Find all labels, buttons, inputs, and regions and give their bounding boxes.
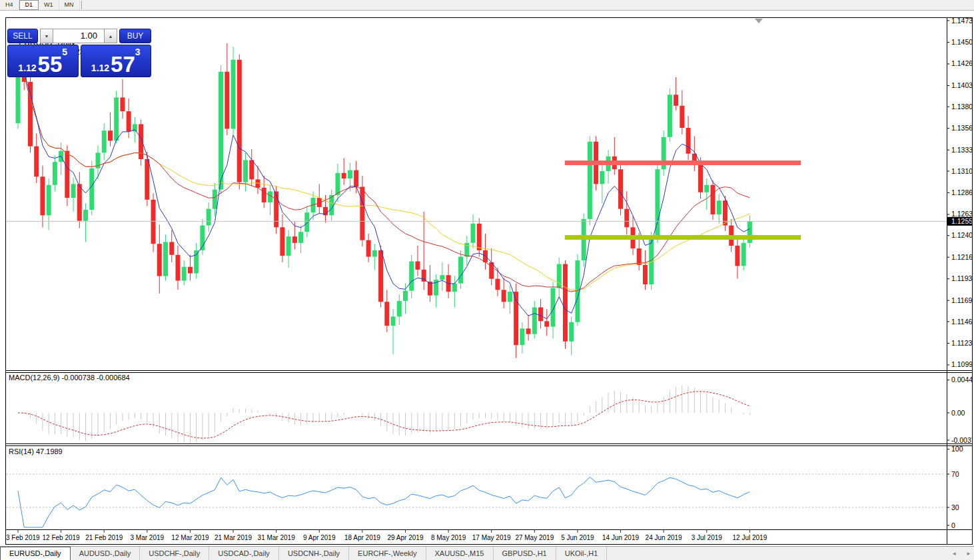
candle-body (508, 292, 512, 302)
date-tick-label: 3 Feb 2019 (6, 534, 40, 541)
axis-tick-label: 1.11465 (951, 318, 972, 326)
candle-body (600, 171, 604, 184)
buy-button[interactable]: BUY (119, 29, 151, 43)
symbol-tab-usdcad-daily[interactable]: USDCAD-,Daily (209, 547, 279, 560)
price-chart-canvas[interactable]: 1.147351.145001.142651.140301.138001.135… (6, 18, 972, 544)
candle-body (668, 95, 672, 137)
symbol-tab-eurusd-daily[interactable]: EURUSD-,Daily (0, 547, 71, 560)
candle-body (188, 267, 193, 274)
sell-price-display[interactable]: 1.12 55 5 (7, 45, 79, 77)
candle-body (471, 224, 476, 243)
volume-input[interactable]: 1.00 (53, 29, 104, 43)
axis-tick-label: 1.13330 (951, 146, 972, 154)
symbol-tab-audusd-daily[interactable]: AUDUSD-,Daily (71, 547, 141, 560)
date-tick-label: 12 Mar 2019 (171, 534, 209, 541)
axis-tick-label: 30 (951, 503, 959, 511)
axis-tick-label: 1.13800 (951, 103, 972, 111)
candle-body (163, 242, 168, 276)
candle-body (563, 264, 568, 342)
candle-body (372, 250, 377, 257)
date-tick-label: 14 Jun 2019 (602, 534, 639, 541)
symbol-tab-usdcnh-daily[interactable]: USDCNH-,Daily (279, 547, 349, 560)
axis-tick-label: -0.003715 (951, 436, 972, 444)
timeframe-toolbar: H4D1W1MN (0, 0, 974, 11)
axis-tick-label: 1.12400 (951, 231, 972, 239)
candle-body (440, 275, 444, 280)
buy-price-big-digits: 57 (111, 55, 135, 75)
axis-tick-label: 1.11695 (951, 296, 972, 304)
date-tick-label: 3 Jul 2019 (692, 534, 723, 541)
candle-body (151, 200, 156, 244)
candle-body (342, 173, 346, 178)
timeframe-button-w1[interactable]: W1 (39, 0, 59, 10)
date-tick-label: 21 Feb 2019 (85, 534, 123, 541)
candle-body (643, 265, 648, 284)
candle-body (213, 190, 217, 209)
axis-tick-label: 0.004465 (951, 376, 972, 384)
sell-price-big-digits: 55 (38, 55, 63, 75)
axis-tick-label: 1.12865 (951, 188, 972, 196)
candle-body (127, 111, 131, 131)
candle-body (77, 184, 82, 220)
axis-tick-label: 1.14265 (951, 59, 972, 67)
candle-body (194, 250, 199, 274)
axis-tick-label: 0.00 (951, 409, 965, 417)
candle-body (674, 95, 678, 106)
symbol-tab-eurchf-weekly[interactable]: EURCHF-,Weekly (349, 547, 426, 560)
candle-body (384, 302, 389, 326)
candle-body (680, 106, 684, 128)
macd-signal-value: -0.000684 (97, 374, 130, 382)
candle-body (182, 267, 187, 281)
symbol-tab-gbpusd-h1[interactable]: GBPUSD-,H1 (494, 547, 556, 560)
macd-main-value: -0.000738 (61, 374, 95, 382)
candle-body (262, 188, 266, 202)
support-line[interactable] (565, 235, 801, 240)
axis-tick-label: 70 (951, 470, 959, 478)
resistance-line[interactable] (565, 160, 801, 165)
candle-body (717, 200, 722, 214)
rsi-line (18, 477, 749, 527)
chart-window: 1.147351.145001.142651.140301.138001.135… (5, 17, 973, 545)
symbol-tab-xauusd-m15[interactable]: XAUUSD-,M15 (426, 547, 494, 560)
candle-body (551, 288, 556, 327)
candle-body (53, 162, 57, 185)
volume-increase-button[interactable]: ▲ (104, 29, 117, 43)
candle-body (354, 170, 358, 187)
rsi-axis[interactable]: 10070300 (947, 445, 963, 529)
current-price-tag-text: 1.12555 (951, 217, 972, 225)
candle-body (249, 160, 254, 179)
date-tick-label: 17 May 2019 (472, 534, 511, 541)
date-tick-label: 21 Mar 2019 (215, 534, 252, 541)
candle-body (120, 97, 125, 111)
buy-price-display[interactable]: 1.12 57 3 (81, 45, 152, 77)
sell-price-prefix: 1.12 (18, 61, 36, 75)
macd-axis[interactable]: 0.0044650.00-0.003715 (947, 376, 972, 443)
candle-body (71, 184, 76, 198)
buy-price-superscript: 3 (135, 47, 141, 57)
candle-body (637, 248, 642, 265)
chart-shift-icon[interactable] (755, 19, 763, 23)
axis-tick-label: 1.14735 (951, 18, 972, 25)
axis-tick-label: 1.11230 (951, 339, 972, 347)
buy-price-prefix: 1.12 (91, 61, 109, 75)
candle-body (710, 185, 715, 214)
rsi-name: RSI(14) (9, 447, 34, 455)
price-axis[interactable]: 1.147351.145001.142651.140301.138001.135… (947, 18, 972, 368)
tabs-scroll-right-icon[interactable]: ► (966, 551, 971, 557)
timeframe-button-mn[interactable]: MN (59, 0, 80, 10)
candle-body (458, 257, 463, 284)
sell-button[interactable]: SELL (7, 29, 38, 43)
timeframe-button-d1[interactable]: D1 (19, 0, 39, 10)
candle-body (618, 169, 623, 208)
candle-body (169, 242, 174, 254)
symbol-tab-usdchf-daily[interactable]: USDCHF-,Daily (140, 547, 209, 560)
candle-body (89, 168, 94, 210)
timeframe-button-h4[interactable]: H4 (0, 0, 19, 10)
symbol-tab-ukoil-h1[interactable]: UKOil-,H1 (556, 547, 608, 560)
time-axis[interactable]: 3 Feb 201912 Feb 201921 Feb 20193 Mar 20… (6, 530, 767, 542)
tabs-scroll-left-icon[interactable]: ◄ (951, 551, 957, 557)
candle-body (114, 97, 119, 140)
candle-body (723, 200, 728, 225)
date-tick-label: 5 Jun 2019 (561, 534, 594, 541)
volume-decrease-button[interactable]: ▼ (40, 29, 53, 43)
